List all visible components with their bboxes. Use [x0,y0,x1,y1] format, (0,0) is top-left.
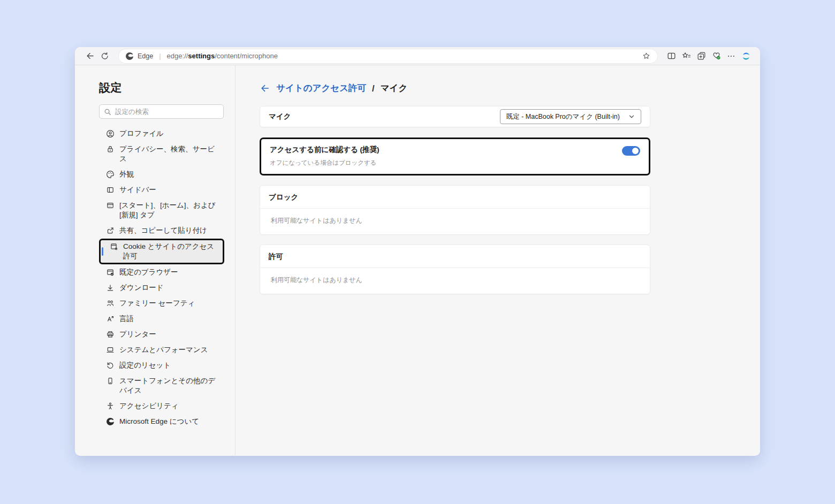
block-empty-message: 利用可能なサイトはありません [260,209,650,234]
ask-before-access-card: アクセスする前に確認する (推奨) オフになっている場合はブロックする [260,138,650,175]
reset-settings-icon [106,361,115,370]
sidebar-item-sidebar[interactable]: サイドバー [99,182,224,197]
allow-empty-message: 利用可能なサイトはありません [260,268,650,294]
sidebar-item-label: [スタート]、[ホーム]、および [新規] タブ [119,201,220,220]
address-divider: | [159,52,161,60]
browser-window: Edge | edge://settings/content/microphon… [75,47,760,456]
breadcrumb: サイトのアクセス許可 / マイク [260,82,760,94]
languages-icon [106,315,115,323]
system-performance-icon [106,346,115,354]
sidebar-item-reset-settings[interactable]: 設定のリセット [99,358,224,373]
privacy-lock-icon [106,145,115,154]
sidebar-item-label: プリンター [119,330,156,339]
sidebar-item-label: サイドバー [119,185,156,195]
back-icon[interactable] [82,49,97,64]
sidebar-item-label: アクセシビリティ [119,401,179,411]
sidebar-item-privacy[interactable]: プライバシー、検索、サービス [99,142,224,166]
ask-before-access-title: アクセスする前に確認する (推奨) [270,145,379,155]
phone-devices-icon [106,377,115,385]
sidebar-item-label: Microsoft Edge について [119,417,199,426]
allow-section-title: 許可 [260,245,650,268]
edge-logo-icon [106,417,115,426]
edge-site-icon [125,52,134,60]
sidebar-item-label: システムとパフォーマンス [119,345,208,355]
sidebar-item-appearance[interactable]: 外観 [99,167,224,182]
breadcrumb-separator: / [372,83,375,94]
page-title: マイク [381,82,408,94]
profile-icon [106,129,115,138]
ask-before-access-toggle[interactable] [622,146,640,156]
copilot-icon[interactable] [739,49,754,64]
family-safety-icon [106,299,115,308]
sidebar-item-label: 設定のリセット [119,361,171,370]
printer-icon [106,330,115,339]
settings-search[interactable] [99,104,224,119]
sidebar-item-printers[interactable]: プリンター [99,327,224,342]
appearance-palette-icon [106,170,115,179]
favorite-star-icon[interactable] [639,49,653,63]
block-section-title: ブロック [260,186,650,209]
browser-essentials-icon[interactable] [709,49,724,64]
collections-icon[interactable] [694,49,709,64]
start-home-tabs-icon [106,201,115,210]
search-input[interactable] [115,108,219,116]
sidebar-item-label: 既定のブラウザー [119,268,178,277]
chevron-down-icon [628,113,635,120]
sidebar-item-label: 共有、コピーして貼り付け [119,226,207,235]
sidebar-item-label: プライバシー、検索、サービス [119,144,220,164]
sidebar-item-label: スマートフォンとその他のデバイス [119,376,220,395]
sidebar-item-label: ファミリー セーフティ [119,299,195,308]
microphone-device-row: マイク 既定 - MacBook Proのマイク (Built-in) [260,106,650,127]
sidebar-item-label: 外観 [119,170,134,179]
browser-toolbar: Edge | edge://settings/content/microphon… [75,47,760,65]
sidebar-item-downloads[interactable]: ダウンロード [99,280,224,295]
downloads-icon [106,284,115,292]
sidebar-item-label: ダウンロード [119,283,164,293]
sidebar-item-phone-devices[interactable]: スマートフォンとその他のデバイス [99,373,224,398]
settings-content: サイトのアクセス許可 / マイク マイク 既定 - MacBook Proのマイ… [236,65,760,455]
favorites-icon[interactable] [679,49,694,64]
sidebar-item-share-copy-paste[interactable]: 共有、コピーして貼り付け [99,223,224,238]
reload-icon[interactable] [97,49,112,64]
address-bar[interactable]: Edge | edge://settings/content/microphon… [119,49,657,63]
cookies-permissions-icon [110,242,118,251]
sidebar-item-label: Cookie とサイトのアクセス許可 [123,242,219,261]
sidebar-item-accessibility[interactable]: アクセシビリティ [99,399,224,414]
search-icon [104,108,111,116]
dropdown-selected-value: 既定 - MacBook Proのマイク (Built-in) [506,112,620,121]
more-menu-icon[interactable] [724,49,739,64]
block-section: ブロック 利用可能なサイトはありません [260,185,650,235]
sidebar-nav: プロファイル プライバシー、検索、サービス 外観 サイドバー [スタート]、[ホ [99,126,224,429]
sidebar-item-label: 言語 [119,314,134,324]
split-screen-icon[interactable] [664,49,679,64]
microphone-row-label: マイク [269,112,291,121]
sidebar-item-label: プロファイル [119,129,164,139]
breadcrumb-site-permissions-link[interactable]: サイトのアクセス許可 [276,82,366,94]
share-copy-paste-icon [106,226,115,235]
sidebar-item-default-browser[interactable]: 既定のブラウザー [99,265,224,280]
settings-title: 設定 [99,80,224,95]
sidebar-item-start-home-tabs[interactable]: [スタート]、[ホーム]、および [新規] タブ [99,198,224,223]
sidebar-item-about-edge[interactable]: Microsoft Edge について [99,414,224,429]
settings-sidebar: 設定 プロファイル プライバシー、検索、サービス 外観 [75,65,236,455]
back-arrow-icon[interactable] [260,83,270,94]
sidebar-item-profiles[interactable]: プロファイル [99,126,224,141]
accessibility-icon [106,402,115,410]
allow-section: 許可 利用可能なサイトはありません [260,245,650,294]
url-text: edge://settings/content/microphone [167,52,278,60]
site-label: Edge [138,52,153,60]
sidebar-item-system-performance[interactable]: システムとパフォーマンス [99,342,224,357]
sidebar-panel-icon [106,186,115,194]
sidebar-item-family-safety[interactable]: ファミリー セーフティ [99,296,224,311]
sidebar-item-cookies-site-permissions[interactable]: Cookie とサイトのアクセス許可 [99,239,224,264]
default-browser-icon [106,268,115,277]
microphone-device-dropdown[interactable]: 既定 - MacBook Proのマイク (Built-in) [500,109,641,124]
sidebar-item-languages[interactable]: 言語 [99,311,224,326]
ask-before-access-subtitle: オフになっている場合はブロックする [270,159,379,167]
